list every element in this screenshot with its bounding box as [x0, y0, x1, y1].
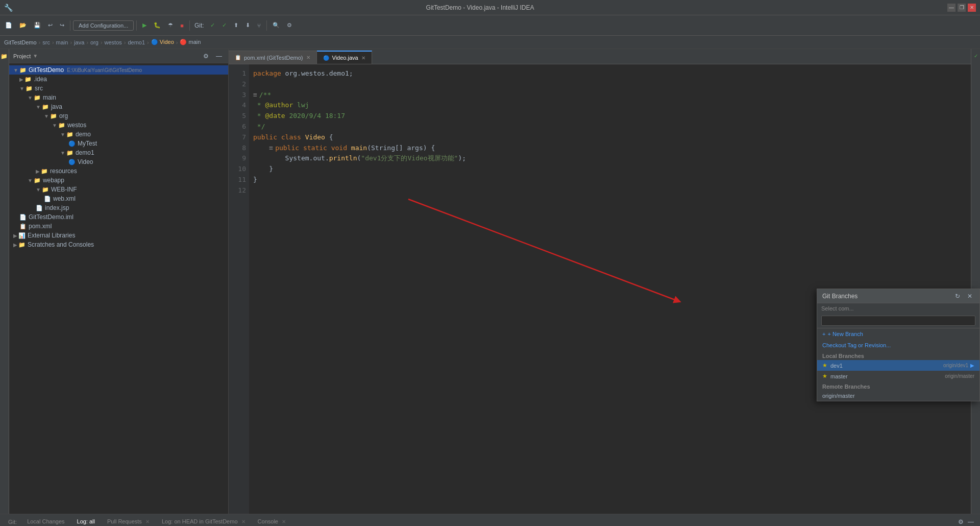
save-button[interactable]: 💾 — [31, 18, 44, 33]
tree-demo1-label: demo1 — [76, 149, 94, 156]
tree-resources-label: resources — [50, 168, 77, 175]
bottom-minimize-icon[interactable]: — — [966, 517, 976, 527]
bc-sep7: › — [147, 39, 149, 45]
tree-item-mytest[interactable]: 🔵 MyTest — [9, 139, 228, 148]
tree-item-video[interactable]: 🔵 Video — [9, 157, 228, 166]
popup-branch-master[interactable]: ★ master origin/master — [817, 371, 979, 381]
tab-pomxml[interactable]: 📋 pom.xml (GitTestDemo) ✕ — [229, 51, 317, 64]
tree-item-resources[interactable]: ▶ 📁 resources — [9, 166, 228, 176]
popup-select-hint: Select com... — [817, 303, 979, 314]
tree-item-root[interactable]: ▼ 📁 GitTestDemo E:\XiBuKaiYuan\Git\GitTe… — [9, 65, 228, 75]
tab-log-head-close[interactable]: ✕ — [241, 519, 246, 524]
popup-branch-origin-master[interactable]: origin/master — [817, 391, 979, 401]
tree-item-scratches[interactable]: ▶ 📁 Scratches and Consoles — [9, 240, 228, 249]
tab-log-head[interactable]: Log: on HEAD in GitTestDemo ✕ — [156, 516, 252, 527]
left-icon-project[interactable]: 📁 — [1, 51, 8, 61]
main-area: 📁 Project ▼ ⚙ — ▼ 📁 GitTestDemo E:\XiBuK… — [0, 49, 980, 514]
add-configuration-button[interactable]: Add Configuration... — [73, 20, 134, 31]
scratches-icon: 📁 — [18, 242, 26, 248]
tab-log-all[interactable]: Log: all — [71, 516, 101, 527]
stop-button[interactable]: ■ — [177, 18, 187, 33]
popup-refresh-btn[interactable]: ↻ — [953, 292, 962, 301]
open-button[interactable]: 📂 — [16, 18, 30, 33]
tree-item-westos[interactable]: ▼ 📁 westos — [9, 121, 228, 130]
settings-button[interactable]: ⚙ — [284, 18, 295, 33]
tab-local-changes[interactable]: Local Changes — [21, 516, 70, 527]
tree-item-indexjsp[interactable]: 📄 index.jsp — [9, 203, 228, 212]
close-button[interactable]: ✕ — [968, 4, 976, 12]
popup-branch-master-left: ★ master — [822, 373, 848, 379]
webapp-folder-icon: 📁 — [34, 177, 41, 184]
bc-sep8: › — [176, 39, 178, 45]
tree-item-demo1[interactable]: ▼ 📁 demo1 — [9, 148, 228, 157]
tab-pull-requests-close[interactable]: ✕ — [145, 519, 150, 524]
git-push-button[interactable]: ⬆ — [231, 18, 241, 33]
tab-pomxml-close[interactable]: ✕ — [306, 55, 310, 60]
redo-button[interactable]: ↪ — [57, 18, 67, 33]
bc-demo1[interactable]: demo1 — [128, 39, 145, 45]
tab-videojava-close[interactable]: ✕ — [361, 55, 365, 61]
bottom-settings-icon[interactable]: ⚙ — [956, 517, 966, 527]
maximize-button[interactable]: ❐ — [958, 4, 966, 12]
bc-main[interactable]: main — [56, 39, 68, 45]
coverage-button[interactable]: ☂ — [165, 18, 176, 33]
tree-item-java[interactable]: ▼ 📁 java — [9, 102, 228, 111]
popup-search-input[interactable] — [821, 316, 975, 326]
popup-close-btn[interactable]: ✕ — [965, 292, 974, 301]
debug-button[interactable]: 🐛 — [151, 18, 164, 33]
new-file-button[interactable]: 📄 — [2, 18, 15, 33]
project-dropdown-icon[interactable]: ▼ — [33, 53, 38, 59]
tab-videojava[interactable]: 🔵 Video.java ✕ — [317, 51, 372, 64]
bc-westos[interactable]: westos — [105, 39, 122, 45]
bc-video[interactable]: 🔵 Video — [151, 39, 174, 45]
git-pull-button[interactable]: ⬇ — [242, 18, 253, 33]
arrow-dev1-icon: ▶ — [970, 363, 974, 368]
tab-log-all-label: Log: all — [77, 518, 95, 524]
bc-java[interactable]: java — [74, 39, 84, 45]
run-button[interactable]: ▶ — [139, 18, 150, 33]
tabs-bar: 📋 pom.xml (GitTestDemo) ✕ 🔵 Video.java ✕ — [229, 49, 971, 64]
idea-folder-icon: 📁 — [24, 76, 32, 83]
right-icon-notifications[interactable]: ✓ — [974, 53, 978, 59]
tree-item-main[interactable]: ▼ 📁 main — [9, 93, 228, 102]
tree-item-src[interactable]: ▼ 📁 src — [9, 84, 228, 93]
tab-console-close[interactable]: ✕ — [282, 519, 286, 524]
tree-item-webinf[interactable]: ▼ 📁 WEB-INF — [9, 185, 228, 194]
bc-project[interactable]: GitTestDemo — [4, 39, 37, 45]
new-branch-action[interactable]: + + New Branch — [817, 328, 979, 340]
tree-item-iml[interactable]: 📄 GitTestDemo.iml — [9, 212, 228, 222]
tree-item-idea[interactable]: ▶ 📁 .idea — [9, 75, 228, 84]
local-branches-section-label: Local Branches — [817, 351, 979, 360]
popup-branch-dev1-left: ★ dev1 — [822, 362, 843, 369]
iml-icon: 📄 — [19, 214, 27, 221]
videojava-tab-icon: 🔵 — [323, 55, 329, 61]
tree-item-org[interactable]: ▼ 📁 org — [9, 111, 228, 121]
project-minimize-icon[interactable]: — — [214, 52, 224, 61]
search-button[interactable]: 🔍 — [270, 18, 283, 33]
minimize-button[interactable]: — — [947, 4, 955, 12]
tree-mytest-label: MyTest — [78, 140, 97, 147]
tree-item-extlibs[interactable]: ▶ 📊 External Libraries — [9, 231, 228, 240]
undo-button[interactable]: ↩ — [45, 18, 56, 33]
remote-branches-section-label: Remote Branches — [817, 381, 979, 391]
tree-org-label: org — [59, 112, 68, 119]
tree-video-label: Video — [78, 158, 93, 165]
project-panel: Project ▼ ⚙ — ▼ 📁 GitTestDemo E:\XiBuKai… — [9, 49, 229, 514]
git-check2-button[interactable]: ✓ — [219, 18, 230, 33]
tab-pull-requests[interactable]: Pull Requests ✕ — [101, 516, 156, 527]
bc-src[interactable]: src — [42, 39, 50, 45]
git-branch-button[interactable]: ⑂ — [254, 18, 264, 33]
tree-item-demo[interactable]: ▼ 📁 demo — [9, 130, 228, 139]
bc-method[interactable]: 🔴 main — [180, 39, 201, 45]
tab-console[interactable]: Console ✕ — [252, 516, 292, 527]
project-gear-icon[interactable]: ⚙ — [201, 52, 211, 61]
popup-branch-dev1[interactable]: ★ dev1 origin/dev1 ▶ — [817, 360, 979, 371]
popup-master-remote: origin/master — [945, 373, 974, 379]
git-check-button[interactable]: ✓ — [207, 18, 218, 33]
bc-sep4: › — [86, 39, 88, 45]
checkout-tag-action[interactable]: Checkout Tag or Revision... — [817, 340, 979, 351]
tree-item-webapp[interactable]: ▼ 📁 webapp — [9, 176, 228, 185]
tree-item-pomxml[interactable]: 📋 pom.xml — [9, 222, 228, 231]
tree-item-webxml[interactable]: 📄 web.xml — [9, 194, 228, 203]
bc-org[interactable]: org — [90, 39, 99, 45]
